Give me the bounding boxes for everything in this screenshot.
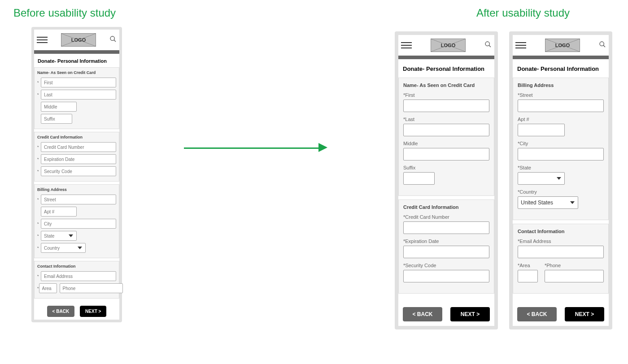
city-field[interactable] (41, 219, 116, 229)
app-bar: LOGO (34, 30, 119, 50)
svg-point-0 (110, 36, 114, 40)
sec-label: *Security Code (403, 263, 489, 268)
area-field[interactable] (518, 270, 538, 282)
ccn-label: *Credit Card Number (403, 214, 489, 220)
section-card: Credit Card Information *Credit Card Num… (398, 199, 494, 294)
next-button[interactable]: NEXT > (450, 307, 490, 321)
first-label: *First (403, 92, 489, 98)
back-button[interactable]: < BACK (403, 307, 442, 321)
divider-bar (398, 56, 494, 59)
section-name: Name- As Seen on Credit Card * * (34, 67, 119, 129)
next-button[interactable]: NEXT > (80, 306, 106, 317)
title-after: After usability study (476, 7, 570, 19)
button-row: < BACK NEXT > (34, 301, 119, 320)
arrow (184, 143, 327, 152)
suffix-field[interactable] (403, 172, 435, 185)
page-title: Donate- Personal Information (513, 59, 609, 78)
section-title: Name- As Seen on Credit Card (403, 82, 489, 88)
apt-field[interactable] (518, 124, 565, 136)
middle-field[interactable] (41, 102, 77, 112)
button-row: < BACK NEXT > (513, 297, 609, 326)
mockup-before: LOGO Donate- Personal Information Name- … (31, 27, 122, 322)
state-label: *State (518, 165, 604, 170)
last-field[interactable] (403, 124, 489, 136)
divider-bar (34, 50, 119, 54)
area-field[interactable] (39, 283, 57, 293)
suffix-field[interactable] (41, 114, 72, 124)
first-field[interactable] (41, 78, 116, 87)
email-label: *Email Address (518, 238, 604, 244)
svg-line-3 (489, 45, 491, 47)
title-before: Before usability study (13, 7, 116, 19)
svg-point-2 (485, 42, 489, 46)
section-title: Billing Address (518, 82, 604, 88)
section-billing: Billing Address *Street Apt # *City *Sta… (513, 78, 609, 220)
section-name: Name- As Seen on Credit Card *First *Las… (398, 78, 494, 196)
first-field[interactable] (403, 100, 489, 112)
email-field[interactable] (518, 246, 604, 258)
next-button[interactable]: NEXT > (565, 307, 604, 321)
app-bar: LOGO (513, 35, 609, 56)
hamburger-icon[interactable] (515, 42, 526, 48)
state-select[interactable] (41, 231, 77, 241)
svg-point-4 (600, 42, 604, 46)
ccn-field[interactable] (403, 221, 489, 234)
street-field[interactable] (518, 100, 604, 112)
middle-label: Middle (403, 141, 489, 146)
section-title: Credit Card Information (37, 135, 116, 139)
sec-field[interactable] (403, 270, 489, 282)
area-label: *Area (518, 263, 540, 268)
country-label: *Country (518, 189, 604, 195)
street-field[interactable] (41, 195, 116, 204)
logo[interactable]: LOGO (545, 39, 580, 52)
logo[interactable]: LOGO (431, 39, 466, 52)
logo[interactable]: LOGO (61, 33, 96, 47)
country-select[interactable] (518, 196, 578, 209)
search-icon[interactable] (484, 41, 492, 50)
svg-line-1 (114, 40, 116, 42)
section-title: Contact Information (37, 264, 116, 269)
page-title: Donate- Personal Information (398, 59, 494, 78)
section-title: Billing Address (37, 187, 116, 192)
exp-field[interactable] (41, 154, 116, 164)
middle-field[interactable] (403, 148, 489, 160)
phone-label: *Phone (545, 263, 604, 268)
hamburger-icon[interactable] (37, 37, 48, 43)
section-title: Credit Card Information (403, 204, 489, 210)
section-contact: Contact Information *Email Address *Area… (513, 224, 609, 294)
section-billing: Billing Address * * * * (34, 184, 119, 258)
phone-field[interactable] (60, 283, 123, 293)
exp-label: *Expiration Date (403, 238, 489, 244)
state-select[interactable] (518, 172, 565, 185)
city-field[interactable] (518, 148, 604, 160)
button-row: < BACK NEXT > (398, 297, 494, 326)
back-button[interactable]: < BACK (517, 307, 557, 321)
section-title: Name- As Seen on Credit Card (37, 70, 116, 75)
email-field[interactable] (41, 271, 116, 281)
search-icon[interactable] (109, 35, 117, 44)
exp-field[interactable] (403, 246, 489, 258)
ccn-field[interactable] (41, 142, 116, 152)
apt-field[interactable] (41, 207, 77, 217)
section-title: Contact Information (518, 229, 604, 234)
country-select[interactable] (41, 243, 86, 253)
app-bar: LOGO (398, 35, 494, 56)
search-icon[interactable] (599, 41, 606, 50)
city-label: *City (518, 141, 604, 146)
hamburger-icon[interactable] (401, 42, 412, 48)
mockup-after-1: LOGO Donate- Personal Information Name- … (395, 31, 498, 329)
page-title: Donate- Personal Information (34, 54, 119, 67)
section-card: Credit Card Information * * * (34, 132, 119, 182)
suffix-label: Suffix (403, 165, 489, 170)
last-field[interactable] (41, 90, 116, 100)
sec-field[interactable] (41, 166, 116, 176)
divider-bar (513, 56, 609, 59)
section-contact: Contact Information * * (34, 261, 119, 299)
last-label: *Last (403, 117, 489, 122)
street-label: *Street (518, 92, 604, 98)
svg-line-5 (603, 45, 605, 47)
apt-label: Apt # (518, 117, 604, 122)
mockup-after-2: LOGO Donate- Personal Information Billin… (509, 31, 612, 329)
phone-field[interactable] (545, 270, 604, 282)
back-button[interactable]: < BACK (47, 306, 75, 317)
